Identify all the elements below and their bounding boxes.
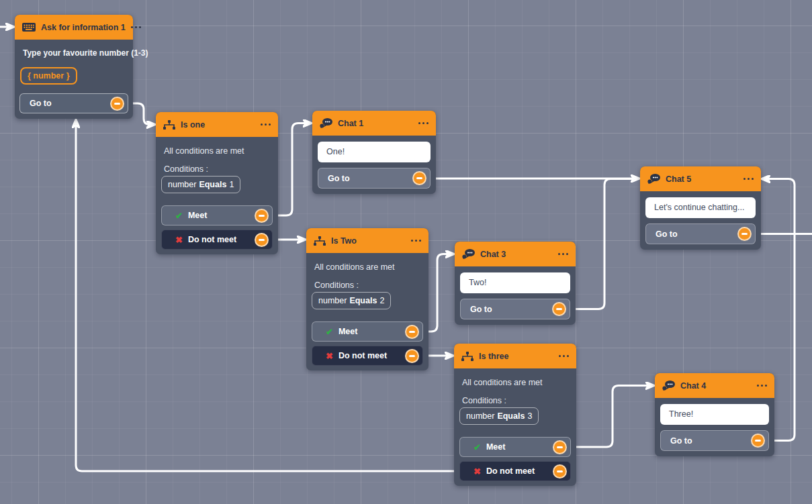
conditions-summary: All conditions are met (462, 378, 568, 388)
do-not-meet-row[interactable]: ✖ Do not meet (312, 346, 423, 366)
chat-icon (320, 118, 332, 128)
x-icon: ✖ (175, 236, 183, 244)
node-title: Ask for information 1 (41, 23, 126, 32)
chat-icon (647, 174, 660, 184)
check-icon: ✔ (473, 443, 481, 452)
more-menu-icon[interactable] (411, 237, 422, 245)
goto-label: Go to (670, 436, 692, 446)
node-chat-4: Chat 4 Three! Go to (655, 373, 774, 456)
do-not-meet-row[interactable]: ✖ Do not meet (161, 230, 273, 250)
node-title: Chat 1 (338, 119, 363, 128)
meet-row[interactable]: ✔ Meet (459, 437, 571, 457)
node-ask-for-information-1: Ask for information 1 Type your favourit… (15, 15, 133, 119)
remove-connection-button[interactable] (737, 227, 752, 241)
condition-chip[interactable]: numberEquals1 (161, 176, 240, 193)
conditions-label: Conditions : (462, 396, 568, 406)
condition-value: 2 (379, 296, 384, 305)
more-menu-icon[interactable] (559, 352, 570, 360)
variable-chip[interactable]: { number } (20, 67, 77, 85)
more-menu-icon[interactable] (558, 250, 569, 258)
conditions-label: Conditions : (164, 164, 270, 174)
do-not-meet-label: Do not meet (188, 235, 236, 244)
meet-row[interactable]: ✔ Meet (161, 205, 273, 225)
question-text: Type your favourite number (1-3) (23, 48, 125, 58)
node-chat-1: Chat 1 One! Go to (312, 111, 436, 194)
remove-connection-button[interactable] (553, 440, 567, 454)
remove-connection-button[interactable] (751, 434, 765, 448)
node-header[interactable]: Chat 4 (655, 373, 774, 398)
condition-operator: Equals (497, 411, 525, 421)
check-icon: ✔ (175, 211, 183, 220)
remove-connection-button[interactable] (412, 171, 426, 185)
meet-label: Meet (188, 211, 207, 220)
node-title: Chat 5 (666, 174, 691, 184)
more-menu-icon[interactable] (418, 119, 429, 128)
keyboard-icon (22, 23, 36, 32)
condition-variable: number (318, 296, 347, 305)
goto-row[interactable]: Go to (19, 93, 128, 113)
conditions-summary: All conditions are met (314, 262, 420, 272)
condition-operator: Equals (199, 180, 226, 189)
x-icon: ✖ (326, 352, 333, 360)
message-text-field[interactable]: Two! (460, 272, 570, 293)
chat-icon (462, 249, 475, 259)
node-title: Is one (181, 120, 205, 130)
node-header[interactable]: Is one (156, 112, 278, 137)
more-menu-icon[interactable] (261, 121, 271, 129)
more-menu-icon[interactable] (757, 382, 768, 390)
node-is-one: Is one All conditions are met Conditions… (156, 112, 278, 254)
node-title: Chat 4 (680, 381, 706, 391)
goto-row[interactable]: Go to (645, 223, 756, 244)
remove-connection-button[interactable] (553, 464, 567, 478)
check-icon: ✔ (326, 327, 333, 336)
node-title: Chat 3 (480, 250, 506, 259)
goto-label: Go to (470, 305, 492, 314)
conditions-summary: All conditions are met (164, 146, 270, 156)
x-icon: ✖ (473, 467, 481, 476)
node-title: Is three (479, 352, 508, 361)
remove-connection-button[interactable] (110, 97, 124, 111)
node-header[interactable]: Is three (454, 344, 576, 368)
node-header[interactable]: Chat 3 (455, 242, 576, 266)
goto-label: Go to (328, 174, 350, 183)
do-not-meet-row[interactable]: ✖ Do not meet (459, 461, 571, 481)
node-header[interactable]: Chat 1 (312, 111, 436, 136)
node-header[interactable]: Is Two (306, 228, 428, 253)
goto-label: Go to (30, 99, 52, 108)
edge-is-three-meet-to-chat4 (576, 386, 653, 448)
condition-value: 1 (229, 180, 234, 189)
condition-variable: number (168, 180, 196, 189)
meet-label: Meet (486, 442, 505, 452)
remove-connection-button[interactable] (405, 349, 419, 363)
message-text-field[interactable]: One! (318, 142, 431, 162)
goto-row[interactable]: Go to (460, 299, 570, 319)
remove-connection-button[interactable] (552, 302, 566, 316)
meet-row[interactable]: ✔ Meet (312, 321, 423, 342)
node-chat-3: Chat 3 Two! Go to (455, 242, 576, 325)
remove-connection-button[interactable] (255, 233, 269, 247)
meet-label: Meet (339, 327, 357, 336)
condition-chip[interactable]: numberEquals3 (459, 407, 539, 425)
flow-canvas[interactable]: Ask for information 1 Type your favourit… (0, 0, 812, 504)
node-header[interactable]: Chat 5 (640, 166, 761, 191)
goto-row[interactable]: Go to (318, 168, 431, 189)
condition-variable: number (466, 411, 494, 421)
edge-ask1-to-is-one (133, 103, 154, 125)
conditions-label: Conditions : (314, 281, 420, 291)
node-is-three: Is three All conditions are met Conditio… (454, 344, 576, 486)
node-header[interactable]: Ask for information 1 (15, 15, 133, 40)
do-not-meet-label: Do not meet (486, 466, 535, 476)
remove-connection-button[interactable] (405, 325, 419, 339)
condition-chip[interactable]: numberEquals2 (312, 292, 391, 309)
goto-label: Go to (656, 230, 678, 239)
node-title: Is Two (331, 236, 357, 246)
do-not-meet-label: Do not meet (339, 351, 387, 360)
more-menu-icon[interactable] (743, 175, 754, 183)
remove-connection-button[interactable] (255, 209, 269, 223)
message-text-field[interactable]: Three! (660, 404, 769, 425)
more-menu-icon[interactable] (131, 23, 142, 32)
chat-icon (662, 381, 675, 391)
goto-row[interactable]: Go to (660, 430, 769, 451)
message-text-field[interactable]: Let's continue chatting... (645, 197, 756, 218)
condition-operator: Equals (349, 296, 377, 305)
